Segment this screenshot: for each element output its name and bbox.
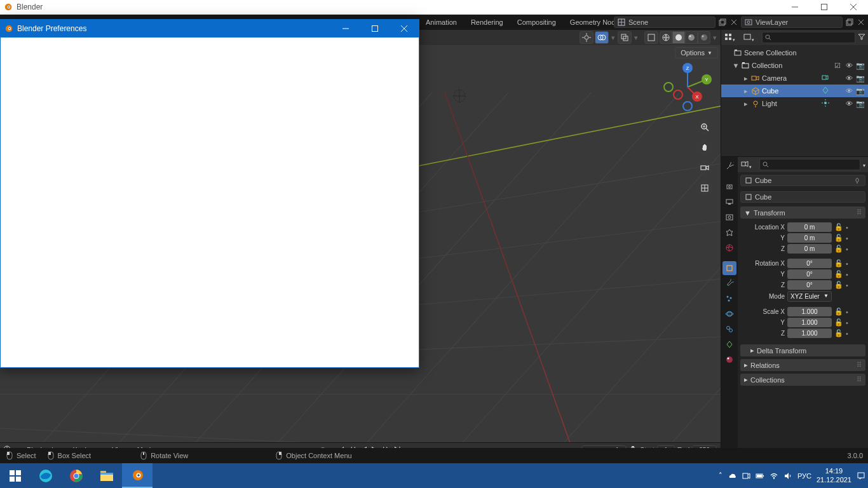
outliner-display-button[interactable]: ▾ — [743, 32, 759, 43]
camera-icon[interactable]: 📷 — [855, 100, 865, 108]
outliner-search[interactable] — [762, 32, 855, 43]
new-scene-icon[interactable] — [718, 18, 727, 27]
zoom-tool[interactable] — [696, 119, 713, 135]
lock-icon[interactable]: 🔓 — [834, 308, 843, 316]
outliner-cube[interactable]: ▸ Cube 👁📷 — [721, 85, 868, 97]
proptab-particles[interactable] — [722, 292, 736, 306]
eye-icon[interactable]: 👁 — [844, 100, 854, 108]
taskbar-blender[interactable] — [122, 463, 153, 488]
lock-icon[interactable]: 🔓 — [834, 245, 843, 253]
proptab-physics[interactable] — [722, 307, 736, 321]
transform-panel-header[interactable]: ▼Transform⠿ — [740, 207, 865, 219]
collections-panel-header[interactable]: ▸Collections⠿ — [740, 374, 865, 386]
perspective-tool[interactable] — [696, 180, 713, 196]
scale-z-field[interactable]: 1.000 — [787, 329, 832, 338]
rotation-z-field[interactable]: 0° — [787, 280, 832, 290]
taskbar-edge[interactable] — [31, 463, 61, 488]
camera-icon[interactable]: 📷 — [855, 74, 865, 83]
lock-icon[interactable]: 🔓 — [834, 223, 843, 231]
camera-view-tool[interactable] — [696, 159, 713, 176]
proptab-world[interactable] — [722, 241, 736, 255]
proptab-data[interactable] — [722, 337, 736, 351]
material-shading-button[interactable] — [685, 31, 698, 44]
solid-shading-button[interactable] — [672, 31, 685, 44]
properties-mode-button[interactable]: ▾ — [740, 159, 757, 170]
scene-selector[interactable]: Scene — [614, 17, 715, 28]
preferences-titlebar[interactable]: Blender Preferences — [1, 20, 419, 37]
show-gizmo-button[interactable] — [580, 31, 593, 44]
start-button[interactable] — [0, 463, 31, 488]
proptab-modifiers[interactable] — [722, 276, 736, 290]
tab-rendering[interactable]: Rendering — [465, 16, 510, 29]
eye-icon[interactable]: 👁 — [844, 74, 854, 83]
show-overlays-button[interactable] — [595, 31, 609, 44]
properties-options-button[interactable]: ▾ — [863, 161, 865, 168]
outliner-camera[interactable]: ▸ Camera 👁📷 — [721, 72, 868, 85]
outliner-light[interactable]: ▸ Light 👁📷 — [721, 97, 868, 110]
xray-button[interactable] — [618, 31, 632, 44]
proptab-viewlayer[interactable] — [722, 210, 736, 224]
proptab-render[interactable] — [722, 180, 736, 194]
object-name-field[interactable]: Cube — [740, 191, 865, 203]
relations-panel-header[interactable]: ▸Relations⠿ — [740, 359, 865, 371]
tray-clock[interactable]: 14:19 21.12.2021 — [817, 467, 851, 484]
pref-minimize-button[interactable] — [331, 20, 360, 37]
delete-scene-icon[interactable] — [729, 18, 738, 27]
pan-tool[interactable] — [696, 139, 713, 156]
camera-icon[interactable]: 📷 — [855, 87, 865, 95]
camera-icon[interactable]: 📷 — [855, 62, 865, 70]
pref-close-button[interactable] — [390, 20, 419, 37]
lock-icon[interactable]: 🔓 — [834, 318, 843, 327]
taskbar-chrome[interactable] — [61, 463, 92, 488]
tab-animation[interactable]: Animation — [419, 16, 463, 29]
outliner-filter-button[interactable] — [858, 33, 865, 42]
location-y-field[interactable]: 0 m — [787, 233, 832, 243]
eye-icon[interactable]: 👁 — [844, 62, 854, 70]
rotation-x-field[interactable]: 0° — [787, 259, 832, 268]
nav-gizmo[interactable]: Z Y X — [662, 62, 713, 112]
properties-search[interactable] — [759, 159, 860, 170]
tray-meet-icon[interactable] — [742, 471, 750, 480]
rotation-mode-select[interactable]: XYZ Euler▼ — [787, 291, 832, 302]
tab-geometry-nodes[interactable]: Geometry Nod — [564, 16, 622, 29]
outliner-collection[interactable]: ▼ Collection ☑👁📷 — [721, 59, 868, 72]
outliner-scene-collection[interactable]: Scene Collection — [721, 46, 868, 59]
tray-notifications-icon[interactable] — [857, 471, 865, 480]
scale-x-field[interactable]: 1.000 — [787, 307, 832, 316]
lock-icon[interactable]: 🔓 — [834, 234, 843, 242]
location-z-field[interactable]: 0 m — [787, 244, 832, 254]
viewport-options-button[interactable]: Options▼ — [675, 47, 718, 58]
close-button[interactable] — [839, 0, 868, 14]
wireframe-shading-button[interactable] — [660, 31, 672, 44]
pin-icon[interactable] — [853, 177, 861, 184]
lock-icon[interactable]: 🔓 — [834, 329, 843, 337]
tray-language[interactable]: РУС — [797, 472, 811, 480]
delete-layer-icon[interactable] — [857, 18, 865, 27]
tab-compositing[interactable]: Compositing — [511, 16, 562, 29]
new-layer-icon[interactable] — [845, 18, 854, 27]
maximize-button[interactable] — [810, 0, 839, 14]
location-x-field[interactable]: 0 m — [787, 222, 832, 232]
taskbar-explorer[interactable] — [92, 463, 122, 488]
tray-onedrive-icon[interactable] — [728, 471, 736, 480]
eye-icon[interactable]: 👁 — [844, 87, 854, 95]
viewlayer-selector[interactable]: ViewLayer — [741, 17, 843, 28]
proptab-object[interactable] — [722, 261, 736, 275]
proptab-constraints[interactable] — [722, 322, 736, 336]
pref-maximize-button[interactable] — [360, 20, 390, 37]
outliner-mode-button[interactable]: ▾ — [724, 32, 740, 43]
toggle-quad-button[interactable] — [644, 31, 658, 44]
proptab-tool[interactable] — [722, 159, 736, 173]
rendered-shading-button[interactable] — [698, 31, 710, 44]
checkbox-icon[interactable]: ☑ — [832, 62, 843, 70]
tray-battery-icon[interactable] — [756, 471, 764, 480]
delta-transform-panel-header[interactable]: ▸Delta Transform — [740, 344, 865, 356]
minimize-button[interactable] — [780, 0, 810, 14]
proptab-material[interactable] — [722, 353, 736, 367]
lock-icon[interactable]: 🔓 — [834, 259, 843, 268]
tray-chevron-icon[interactable]: ˄ — [719, 471, 722, 480]
rotation-y-field[interactable]: 0° — [787, 269, 832, 279]
proptab-output[interactable] — [722, 195, 736, 209]
lock-icon[interactable]: 🔓 — [834, 281, 843, 289]
scale-y-field[interactable]: 1.000 — [787, 318, 832, 327]
